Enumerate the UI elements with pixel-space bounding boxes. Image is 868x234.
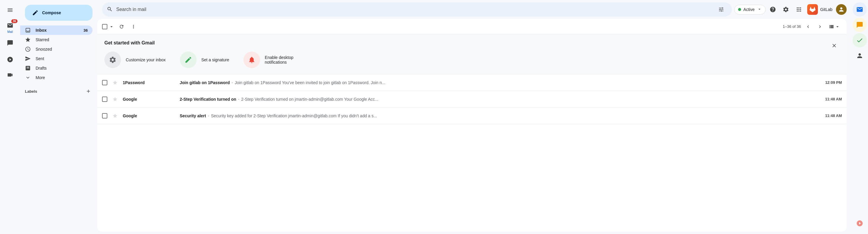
active-status-button[interactable]: Active bbox=[734, 5, 766, 14]
help-button[interactable] bbox=[767, 4, 779, 15]
nav-starred[interactable]: Starred bbox=[20, 35, 93, 44]
email-subject-2: Security alert bbox=[180, 113, 206, 118]
settings-button[interactable] bbox=[780, 4, 792, 15]
gs-signature-icon bbox=[180, 52, 196, 68]
active-dot bbox=[738, 8, 741, 11]
chat-nav-button[interactable] bbox=[3, 36, 17, 51]
search-options-button[interactable] bbox=[715, 4, 727, 15]
labels-title: Labels bbox=[25, 89, 37, 94]
labels-section: Labels bbox=[20, 85, 97, 98]
email-checkbox-2[interactable] bbox=[102, 113, 107, 119]
mail-badge: 36 bbox=[11, 19, 18, 23]
email-preview-2: Security key added for 2-Step Verificati… bbox=[211, 113, 377, 118]
rp-meet-button[interactable] bbox=[852, 2, 867, 16]
active-status-label: Active bbox=[743, 7, 755, 12]
star-button-1[interactable] bbox=[111, 95, 119, 103]
nav-inbox-label: Inbox bbox=[36, 28, 79, 33]
gs-item-1[interactable]: Customize your inbox bbox=[104, 52, 166, 68]
rp-bottom-icon[interactable] bbox=[852, 216, 867, 234]
select-dropdown-button[interactable] bbox=[108, 21, 115, 32]
nav-snoozed[interactable]: Snoozed bbox=[20, 44, 93, 54]
nav-more-label: More bbox=[36, 75, 88, 80]
email-time-0: 12:09 PM bbox=[825, 80, 842, 85]
email-subject-1: 2-Step Verification turned on bbox=[180, 97, 236, 102]
email-subject-body-0: Join gitlab on 1Password - Join gitlab o… bbox=[180, 80, 822, 85]
email-toolbar: 1–36 of 36 bbox=[97, 19, 847, 34]
meet-nav-button[interactable] bbox=[3, 68, 17, 82]
toolbar-right: 1–36 of 36 bbox=[783, 22, 842, 31]
menu-button[interactable] bbox=[3, 3, 17, 17]
close-banner-button[interactable] bbox=[829, 40, 840, 51]
prev-page-button[interactable] bbox=[803, 22, 813, 31]
gitlab-button[interactable]: GitLab bbox=[807, 4, 832, 15]
email-preview-0: Join gitlab on 1Password You've been inv… bbox=[235, 80, 385, 85]
email-row[interactable]: Google 2-Step Verification turned on - 2… bbox=[97, 91, 847, 107]
email-checkbox-0[interactable] bbox=[102, 80, 107, 85]
nav-sent[interactable]: Sent bbox=[20, 54, 93, 63]
email-sep-2: - bbox=[208, 113, 209, 118]
gs-notifications-icon bbox=[244, 52, 260, 68]
select-all-checkbox-wrapper[interactable] bbox=[102, 21, 115, 32]
search-icon bbox=[107, 6, 113, 13]
email-subject-0: Join gitlab on 1Password bbox=[180, 80, 230, 85]
email-sep-0: - bbox=[231, 80, 233, 85]
get-started-title: Get started with Gmail bbox=[104, 40, 829, 45]
mail-nav-button[interactable]: 36 Mail bbox=[3, 21, 17, 35]
active-chevron-icon bbox=[757, 7, 762, 12]
get-started-banner: Get started with Gmail Customize your in… bbox=[97, 34, 847, 74]
labels-add-button[interactable] bbox=[84, 87, 93, 95]
star-button-2[interactable] bbox=[111, 112, 119, 120]
gs-item-3-label: Enable desktop notifications bbox=[265, 55, 312, 65]
email-subject-body-2: Security alert - Security key added for … bbox=[180, 113, 822, 118]
header: Active GitLab bbox=[97, 0, 851, 19]
density-button[interactable] bbox=[827, 23, 842, 31]
email-list: 1Password Join gitlab on 1Password - Joi… bbox=[97, 74, 847, 232]
star-button-0[interactable] bbox=[111, 78, 119, 87]
gs-item-2[interactable]: Set a signature bbox=[180, 52, 229, 68]
email-time-1: 11:48 AM bbox=[825, 97, 842, 101]
header-actions: Active GitLab bbox=[734, 4, 847, 15]
user-avatar[interactable] bbox=[836, 4, 847, 15]
email-time-2: 11:48 AM bbox=[825, 113, 842, 118]
rp-chat-button[interactable] bbox=[852, 18, 867, 32]
nav-sent-label: Sent bbox=[36, 56, 88, 61]
email-sender-0: 1Password bbox=[123, 80, 176, 85]
email-sender-2: Google bbox=[123, 113, 176, 118]
nav-starred-label: Starred bbox=[36, 37, 88, 42]
gs-customize-icon bbox=[104, 52, 121, 68]
nav-drafts[interactable]: Drafts bbox=[20, 63, 93, 73]
main-content: Active GitLab bbox=[97, 0, 851, 234]
icon-rail: 36 Mail bbox=[0, 0, 20, 234]
email-row[interactable]: Google Security alert - Security key add… bbox=[97, 107, 847, 124]
apps-button[interactable] bbox=[793, 4, 805, 15]
get-started-items: Customize your inbox Set a signature bbox=[104, 52, 829, 68]
search-input[interactable] bbox=[116, 7, 712, 12]
gs-item-1-label: Customize your inbox bbox=[126, 58, 166, 62]
select-all-checkbox[interactable] bbox=[102, 24, 107, 29]
email-sep-1: - bbox=[238, 97, 240, 102]
email-row[interactable]: 1Password Join gitlab on 1Password - Joi… bbox=[97, 74, 847, 91]
email-sender-1: Google bbox=[123, 97, 176, 102]
rp-contacts-button[interactable] bbox=[852, 48, 867, 63]
gitlab-logo bbox=[807, 4, 818, 15]
next-page-button[interactable] bbox=[815, 22, 825, 31]
gs-item-3[interactable]: Enable desktop notifications bbox=[244, 52, 312, 68]
gs-item-2-label: Set a signature bbox=[202, 58, 229, 62]
email-subject-body-1: 2-Step Verification turned on - 2-Step V… bbox=[180, 97, 822, 102]
email-area: 1–36 of 36 Get started with Gmail bbox=[97, 19, 847, 232]
nav-drafts-label: Drafts bbox=[36, 66, 88, 70]
nav-snoozed-label: Snoozed bbox=[36, 47, 88, 52]
more-toolbar-button[interactable] bbox=[128, 21, 139, 32]
nav-more[interactable]: More bbox=[20, 73, 93, 82]
rp-tasks-button[interactable] bbox=[852, 33, 867, 47]
right-panel bbox=[851, 0, 868, 234]
spaces-nav-button[interactable] bbox=[3, 53, 17, 67]
compose-button[interactable]: Compose bbox=[25, 5, 93, 21]
search-bar[interactable] bbox=[102, 2, 732, 16]
nav-inbox[interactable]: Inbox 36 bbox=[20, 26, 93, 35]
refresh-button[interactable] bbox=[116, 21, 127, 32]
sidebar: Compose Inbox 36 Starred Snoozed Sent Dr… bbox=[20, 0, 97, 234]
nav-inbox-count: 36 bbox=[84, 28, 88, 33]
email-checkbox-1[interactable] bbox=[102, 97, 107, 102]
email-preview-1: 2-Step Verification turned on jmartin-ad… bbox=[241, 97, 378, 102]
